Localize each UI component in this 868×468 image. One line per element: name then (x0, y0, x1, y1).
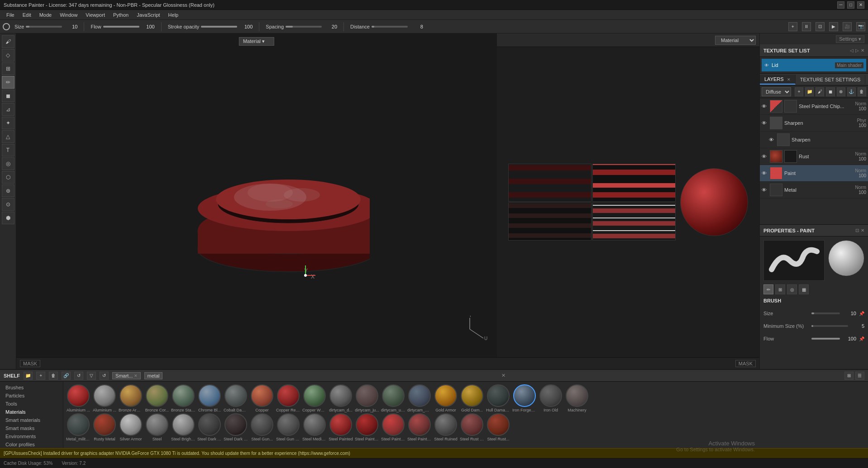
shelf-grid-view[interactable]: ⊞ (844, 372, 854, 380)
layer-row-rust[interactable]: 👁 Rust Norm 100 (760, 148, 868, 165)
layer-tool-add[interactable]: + (795, 87, 803, 96)
menu-edit[interactable]: Edit (19, 11, 35, 19)
toolbar-icon-5[interactable]: 🎥 (843, 22, 852, 31)
layer-row-painted-chip[interactable]: 👁 Steel Painted Chip... Norm 100 (760, 98, 868, 115)
tool-eraser[interactable]: ◇ (2, 49, 14, 61)
shelf-btn-refresh[interactable]: ↺ (74, 372, 83, 380)
toolbar-icon-1[interactable]: ⌖ (788, 22, 797, 31)
shelf-item-gold-dam[interactable]: Gold Dam... (460, 384, 484, 412)
shelf-btn-link[interactable]: 🔗 (62, 372, 71, 380)
prop-size-pin[interactable]: 📌 (859, 311, 864, 316)
distance-slider[interactable] (372, 26, 408, 28)
tool-geometry[interactable]: △ (2, 130, 14, 143)
shelf-item-aluminium1[interactable]: Aluminium ... (66, 384, 91, 412)
prop-size-slider[interactable] (811, 312, 840, 314)
shelf-item-dirtycam2[interactable]: dirtycam_ju... (355, 384, 379, 412)
shelf-cat-particles[interactable]: Particles (0, 392, 63, 400)
minimize-button[interactable]: ─ (837, 1, 844, 9)
shelf-cat-brushes[interactable]: Brushes (0, 383, 63, 392)
shelf-item-steel-paint4[interactable]: Steel Painte... (407, 413, 432, 441)
shelf-btn-folder[interactable]: 📁 (24, 372, 33, 380)
tab-layers[interactable]: LAYERS ✕ (760, 75, 796, 85)
prop-flow-pin[interactable]: 📌 (859, 336, 864, 341)
shelf-item-steel-gun-p[interactable]: Steel Gun P... (276, 413, 300, 441)
prop-tab-material[interactable]: ◎ (787, 284, 797, 294)
texture-set-row[interactable]: 👁 Lid Main shader (762, 59, 866, 71)
close-button[interactable]: ✕ (857, 1, 864, 9)
tool-paint[interactable]: ✏ (2, 76, 14, 89)
preview-material-dropdown[interactable]: Material (715, 36, 756, 45)
shelf-cat-smart-materials[interactable]: Smart materials (0, 416, 63, 424)
tool-mask[interactable]: ⬡ (2, 171, 14, 184)
layer-tool-fill[interactable]: ◼ (826, 87, 835, 96)
layer-row-sharpen1[interactable]: 👁 Sharpen Phyr 100 (760, 115, 868, 132)
tool-clone[interactable]: ✦ (2, 117, 14, 129)
layer-eye-6[interactable]: 👁 (762, 187, 768, 193)
layer-eye-4[interactable]: 👁 (762, 154, 768, 159)
shelf-btn-new[interactable]: + (36, 372, 45, 380)
shelf-item-steel-paint2[interactable]: Steel Painte... (355, 413, 379, 441)
shelf-tag-metal[interactable]: metal (144, 372, 163, 379)
layer-tool-mask[interactable]: ⊗ (837, 87, 845, 96)
shelf-cat-materials[interactable]: Materials (0, 408, 63, 416)
spacing-slider[interactable] (286, 26, 322, 28)
shelf-item-iron-old[interactable]: Iron Old (539, 384, 563, 412)
tab-texture-set-settings[interactable]: TEXTURE SET SETTINGS (796, 75, 866, 84)
menu-window[interactable]: Window (56, 11, 81, 19)
shelf-cat-smart-masks[interactable]: Smart masks (0, 424, 63, 432)
settings-button[interactable]: Settings ▾ (836, 35, 864, 43)
shelf-item-bronze-cor[interactable]: Bronze Cor... (145, 384, 169, 412)
shelf-item-bronze-arm[interactable]: Bronze Arm... (119, 384, 143, 412)
shelf-btn-delete[interactable]: 🗑 (49, 372, 58, 380)
shelf-item-rusty-metal[interactable]: Rusty Metal (92, 413, 117, 441)
properties-icon-expand[interactable]: ⊡ (855, 228, 859, 233)
toolbar-icon-4[interactable]: ▶ (829, 22, 838, 31)
shelf-item-steel-bright[interactable]: Steel Bright... (171, 413, 196, 441)
shelf-item-iron-forged[interactable]: Iron Forged... (512, 384, 537, 412)
shelf-item-bronze-stat[interactable]: Bronze Stat... (171, 384, 196, 412)
shelf-list-view[interactable]: ☰ (855, 372, 864, 380)
menu-javascript[interactable]: JavaScript (133, 11, 163, 19)
texture-set-icon-1[interactable]: ◁ (850, 48, 854, 53)
menu-viewport[interactable]: Viewport (82, 11, 109, 19)
shelf-tag-smart-close[interactable]: ✕ (134, 373, 138, 378)
prop-flow-slider[interactable] (811, 338, 840, 340)
tool-text[interactable]: T (2, 144, 14, 156)
prop-tab-brush[interactable]: ✏ (763, 284, 773, 294)
shelf-cat-tools[interactable]: Tools (0, 400, 63, 408)
toolbar-icon-2[interactable]: ⏸ (802, 22, 811, 31)
shelf-item-copper[interactable]: Copper (250, 384, 274, 412)
tool-bake[interactable]: ⊛ (2, 184, 14, 197)
shelf-item-steel-rust-s[interactable]: Steel Rust S... (460, 413, 484, 441)
layer-row-sharpen2[interactable]: 👁 Sharpen (760, 132, 868, 148)
layer-row-metal[interactable]: 👁 Metal Norm 100 (760, 182, 868, 199)
shelf-item-machinery[interactable]: Machinery (565, 384, 589, 412)
menu-python[interactable]: Python (110, 11, 132, 19)
layer-tool-folder[interactable]: 📁 (805, 87, 814, 96)
size-slider[interactable] (26, 26, 62, 28)
layer-tool-anchor[interactable]: ⚓ (847, 87, 856, 96)
prop-tab-channel[interactable]: ▦ (799, 284, 809, 294)
shelf-item-aluminium2[interactable]: Aluminium ... (92, 384, 117, 412)
shelf-item-steel-paint[interactable]: Steel Painted (329, 413, 353, 441)
shelf-item-steel-medi[interactable]: Steel Medie... (302, 413, 327, 441)
tool-anchor[interactable]: ⬢ (2, 212, 14, 224)
tool-brush[interactable]: 🖌 (2, 35, 14, 48)
flow-slider[interactable] (103, 26, 139, 28)
shelf-item-steel-paint3[interactable]: Steel Painte... (381, 413, 405, 441)
stroke-opacity-slider[interactable] (201, 26, 237, 28)
shelf-item-chrome-bl[interactable]: Chrome Bl... (197, 384, 222, 412)
shelf-item-copper-worn[interactable]: Copper Wor... (302, 384, 327, 412)
layer-eye-2[interactable]: 👁 (762, 120, 768, 126)
shelf-item-steel-rust[interactable]: Steel Rust... (486, 413, 510, 441)
menu-file[interactable]: File (3, 11, 18, 19)
layer-tool-paint[interactable]: 🖌 (816, 87, 824, 96)
shelf-item-gold-armor[interactable]: Gold Armor (434, 384, 458, 412)
shelf-btn-search-refresh[interactable]: ↺ (100, 372, 109, 380)
shelf-item-dirtycam4[interactable]: dirtycam_wi... (407, 384, 432, 412)
tool-smudge[interactable]: ⊞ (2, 62, 14, 75)
tool-projection[interactable]: ⊙ (2, 198, 14, 211)
layer-eye-5[interactable]: 👁 (762, 170, 768, 176)
tool-measure[interactable]: ◎ (2, 157, 14, 170)
shelf-tag-smart[interactable]: Smart... ✕ (112, 372, 141, 379)
